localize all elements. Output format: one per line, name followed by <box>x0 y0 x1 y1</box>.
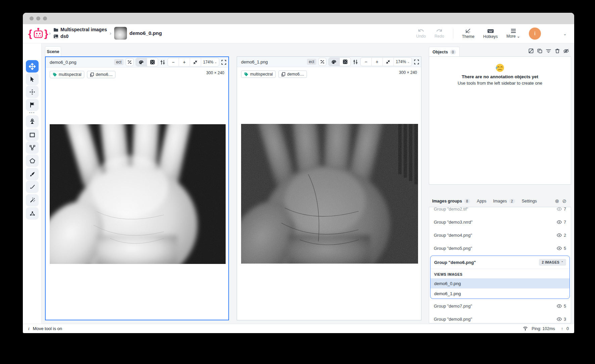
panel2-tag-multispectral[interactable]: multispectral <box>241 71 276 78</box>
pen-tool[interactable] <box>26 181 39 193</box>
breadcrumb-dataset[interactable]: ds0 <box>53 33 107 40</box>
group-demo6-images-badge[interactable]: 2 IMAGES ⌃ <box>539 259 566 266</box>
dataset-icon <box>53 34 58 39</box>
panel1-adjustments-button[interactable] <box>160 60 166 65</box>
app-logo[interactable]: { } <box>28 27 48 40</box>
trash-icon[interactable] <box>554 48 560 54</box>
move-tool[interactable] <box>26 60 39 73</box>
panel1-grid-button[interactable] <box>147 58 158 66</box>
panel1-zoom-in-button[interactable]: + <box>179 58 190 66</box>
panel2-zoom-out-button[interactable]: − <box>361 58 372 66</box>
redo-button[interactable]: Redo <box>434 29 444 39</box>
panel2-contrast-button[interactable] <box>318 58 326 66</box>
tab-objects[interactable]: Objects 0 <box>429 47 460 57</box>
group-row-demo6[interactable]: Group "demo6.png" 2 IMAGES ⌃ <box>430 256 569 269</box>
stack-icon <box>281 72 285 77</box>
panel1-tags: multispectral demo6.... <box>46 67 228 78</box>
objects-empty-state: There are no annotation objects yet Use … <box>429 57 571 86</box>
breadcrumb-project[interactable]: Multispectral images <box>53 27 107 33</box>
hide-shapes-icon[interactable] <box>528 48 534 54</box>
pointer-tool[interactable] <box>26 73 39 85</box>
filter-icon[interactable] <box>546 48 551 54</box>
group-row-demo3[interactable]: Group "demo3.nrrd" 7 <box>429 216 571 229</box>
close-all-groups-icon[interactable]: ⊗ <box>555 198 559 204</box>
fit-screen-icon <box>193 60 197 64</box>
polyline-tool[interactable] <box>26 141 39 154</box>
objects-empty-title: There are no annotation objects yet <box>462 74 538 79</box>
group-row-demo4[interactable]: Group "demo4.png" 2 <box>429 229 571 242</box>
upload-count: 0 <box>566 326 569 331</box>
window-minimize-dot[interactable] <box>36 16 40 20</box>
polygon-tool[interactable] <box>26 154 39 167</box>
tab-settings[interactable]: Settings <box>522 199 537 203</box>
window-zoom-dot[interactable] <box>43 16 47 20</box>
pan-tool[interactable] <box>26 86 39 98</box>
tag-icon <box>244 72 248 77</box>
flag-tool[interactable] <box>26 99 39 111</box>
ping-icon <box>522 327 528 331</box>
tab-images[interactable]: Images 2 <box>493 199 515 203</box>
panel2-fit-button[interactable] <box>383 58 394 66</box>
point-tool[interactable] <box>26 115 39 128</box>
theme-icon <box>465 28 471 34</box>
panel1-zoom-out-button[interactable]: − <box>168 58 179 66</box>
panel1-zoom-level[interactable]: 174%⌄ <box>201 58 219 66</box>
tab-apps[interactable]: Apps <box>477 199 487 203</box>
group-row-demo5[interactable]: Group "demo5.png" 5 <box>429 242 571 255</box>
undo-button[interactable]: Undo <box>416 29 426 39</box>
theme-button[interactable]: Theme <box>462 28 474 39</box>
tab-images-groups[interactable]: Images groups 8 <box>432 199 470 203</box>
rectangle-tool[interactable] <box>26 129 39 141</box>
more-button[interactable]: More ⌄ <box>506 29 520 39</box>
panel1-tag-multispectral[interactable]: multispectral <box>50 71 84 78</box>
panel2-fullscreen-button[interactable] <box>414 59 419 64</box>
panel2-adjustments-button[interactable] <box>353 59 358 64</box>
move-icon <box>29 63 36 70</box>
file-thumbnail[interactable] <box>114 27 127 40</box>
image-panel-demo6_0: demo6_0.png ect − <box>45 56 229 320</box>
group-row-demo8[interactable]: Group "demo8.png" 3 <box>429 313 571 323</box>
panel2-zoom-level[interactable]: 174%⌄ <box>394 58 412 66</box>
copy-icon[interactable] <box>537 48 543 54</box>
panel2-palette-button[interactable] <box>329 58 340 66</box>
images-groups-badge: 8 <box>464 199 470 203</box>
fullscreen-icon <box>221 60 226 65</box>
view-image-demo6_0[interactable]: demo6_0.png <box>430 278 569 288</box>
panel1-tag-group[interactable]: demo6.... <box>87 71 116 78</box>
panel2-image[interactable] <box>241 124 418 265</box>
smart-tool[interactable] <box>26 194 39 207</box>
panel1-contrast-button[interactable] <box>126 58 134 66</box>
user-avatar[interactable]: i <box>529 28 541 40</box>
app-header: { } › Multispectral images ds0 <box>23 24 574 43</box>
header-collapse-chevron[interactable]: ⌄ <box>563 31 567 36</box>
panel2-grid-button[interactable] <box>340 58 351 66</box>
panel2-tag-group[interactable]: demo6.... <box>278 71 307 78</box>
panel2-header: demo6_1.png ect − <box>237 57 421 67</box>
hide-all-groups-icon[interactable]: ⊘ <box>562 198 566 204</box>
tab-scene[interactable]: Scene <box>45 46 61 57</box>
views-images-label: VIEWS IMAGES <box>430 269 569 278</box>
graph-tool[interactable] <box>26 207 39 220</box>
cursor-icon <box>30 76 35 82</box>
eye-off-icon[interactable] <box>563 48 569 54</box>
hotkeys-button[interactable]: Hotkeys <box>483 29 498 39</box>
panel2-zoom-in-button[interactable]: + <box>372 58 383 66</box>
panel1-image[interactable] <box>50 124 226 265</box>
status-message: Move tool is on <box>33 326 62 331</box>
panel1-header: demo6_0.png ect − <box>46 57 228 67</box>
panel1-select-button[interactable]: ect <box>114 59 124 65</box>
polyline-icon <box>30 145 35 150</box>
panel1-palette-button[interactable] <box>136 58 147 66</box>
panel2-image-size: 300 × 240 <box>399 70 417 75</box>
brush-tool[interactable] <box>26 168 39 180</box>
group-row-demo2[interactable]: Group "demo2.tif" 7 <box>429 207 571 216</box>
contrast-icon <box>127 60 132 64</box>
panel1-fit-button[interactable] <box>190 58 201 66</box>
header-divider <box>453 29 453 39</box>
panel1-fullscreen-button[interactable] <box>221 60 226 65</box>
main-area: ••• <box>23 43 574 324</box>
view-image-demo6_1[interactable]: demo6_1.png <box>430 288 569 299</box>
panel2-select-button[interactable]: ect <box>307 59 316 65</box>
group-row-demo7[interactable]: Group "demo7.png" 5 <box>429 300 571 313</box>
window-close-dot[interactable] <box>30 16 34 20</box>
